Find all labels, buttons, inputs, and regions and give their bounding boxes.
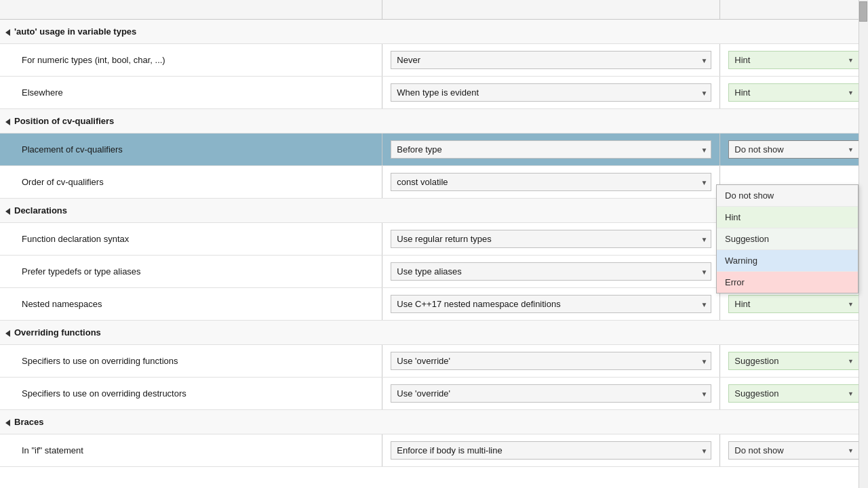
notify-label: Hint (734, 55, 750, 65)
header-preference (382, 0, 720, 20)
dropdown-item-suggestion[interactable]: Suggestion (717, 228, 858, 250)
collapse-icon[interactable] (5, 208, 10, 215)
row-description: Placement of cv-qualifiers (0, 134, 382, 166)
row-preference: const volatile▼ (382, 166, 720, 199)
notify-button[interactable]: Suggestion▼ (728, 384, 860, 403)
collapse-icon[interactable] (5, 420, 10, 426)
row-preference: Use 'override'▼ (382, 345, 720, 378)
row-description: Specifiers to use on overriding function… (0, 345, 382, 378)
notify-label: Suggestion (734, 388, 778, 399)
group-header-auto-usage: 'auto' usage in variable types (0, 20, 868, 44)
row-preference: Use 'override'▼ (382, 378, 720, 410)
dropdown-label-error: Error (725, 277, 745, 287)
table-header-row (0, 0, 868, 20)
preference-select[interactable]: Before type (391, 140, 711, 159)
dropdown-label-hint: Hint (725, 212, 741, 222)
row-description: Function declaration syntax (0, 223, 382, 256)
group-header-overriding-functions: Overriding functions (0, 321, 868, 345)
row-preference: Enforce if body is multi-line▼ (382, 434, 720, 467)
preference-select[interactable]: Use 'override' (391, 352, 711, 370)
notify-button[interactable]: Hint▼ (728, 83, 860, 102)
notify-dropdown-arrow: ▼ (848, 390, 854, 397)
notify-button[interactable]: Hint▼ (728, 295, 860, 313)
notify-label: Suggestion (734, 356, 778, 366)
table-row: Placement of cv-qualifiersBefore type▼Do… (0, 134, 868, 166)
notify-cell: Suggestion▼ (720, 345, 868, 378)
table-row: ElsewhereWhen type is evident▼Hint▼ (0, 77, 868, 109)
group-label: Declarations (14, 205, 67, 216)
notify-dropdown-arrow: ▼ (848, 146, 854, 153)
table-row: In "if" statementEnforce if body is mult… (0, 434, 868, 467)
dropdown-item-hint[interactable]: Hint (717, 207, 858, 228)
group-header-cv-qualifiers: Position of cv-qualifiers (0, 109, 868, 134)
notify-label: Do not show (734, 445, 783, 455)
preference-select[interactable]: const volatile (391, 173, 711, 191)
row-description: In "if" statement (0, 434, 382, 467)
row-description: Order of cv-qualifiers (0, 166, 382, 199)
notify-dropdown-arrow: ▼ (848, 57, 854, 64)
collapse-icon[interactable] (5, 29, 10, 36)
dropdown-item-donotshow[interactable]: Do not show (717, 185, 858, 207)
row-description: Nested namespaces (0, 288, 382, 321)
dropdown-label-donotshow: Do not show (725, 190, 774, 201)
group-label: 'auto' usage in variable types (14, 26, 136, 37)
notify-cell: Hint▼ (720, 44, 868, 77)
header-notify (720, 0, 868, 20)
row-description: For numeric types (int, bool, char, ...) (0, 44, 382, 77)
settings-container: 'auto' usage in variable typesFor numeri… (0, 0, 868, 488)
row-preference: Before type▼ (382, 134, 720, 166)
collapse-icon[interactable] (5, 119, 10, 125)
row-description: Specifiers to use on overriding destruct… (0, 378, 382, 410)
notify-cell: Do not show▼ (720, 134, 868, 166)
group-label: Braces (14, 417, 43, 427)
notify-label: Hint (734, 87, 750, 98)
notify-button[interactable]: Hint▼ (728, 51, 860, 69)
row-preference: When type is evident▼ (382, 77, 720, 109)
table-row: For numeric types (int, bool, char, ...)… (0, 44, 868, 77)
notify-dropdown-arrow: ▼ (848, 447, 854, 454)
preference-select[interactable]: Enforce if body is multi-line (391, 441, 711, 460)
table-row: Specifiers to use on overriding function… (0, 345, 868, 378)
notify-button[interactable]: Suggestion▼ (728, 352, 860, 370)
row-description: Prefer typedefs or type aliases (0, 256, 382, 288)
notify-dropdown-arrow: ▼ (848, 89, 854, 96)
notify-button[interactable]: Do not show▼ (728, 140, 860, 159)
row-description: Elsewhere (0, 77, 382, 109)
row-preference: Never▼ (382, 44, 720, 77)
table-row: Specifiers to use on overriding destruct… (0, 378, 868, 410)
dropdown-label-warning: Warning (725, 256, 757, 266)
notify-dropdown-arrow: ▼ (848, 358, 854, 365)
row-preference: Use regular return types▼ (382, 223, 720, 256)
header-description (0, 0, 382, 20)
dropdown-item-error[interactable]: Error (717, 272, 858, 293)
group-label: Overriding functions (14, 327, 101, 338)
preference-select[interactable]: When type is evident (391, 83, 711, 102)
preference-select[interactable]: Use type aliases (391, 262, 711, 281)
row-preference: Use C++17 nested namespace definitions▼ (382, 288, 720, 321)
notify-dropdown-arrow: ▼ (848, 301, 854, 308)
notify-cell: Suggestion▼ (720, 378, 868, 410)
group-header-braces: Braces (0, 410, 868, 434)
dropdown-item-warning[interactable]: Warning (717, 250, 858, 272)
scrollbar-track[interactable] (859, 0, 868, 488)
notify-cell: Hint▼ (720, 77, 868, 109)
notify-dropdown: Do not show Hint Suggestion Warning Erro… (716, 184, 859, 293)
notify-label: Do not show (734, 144, 783, 155)
preference-select[interactable]: Use regular return types (391, 230, 711, 248)
notify-button[interactable]: Do not show▼ (728, 441, 860, 460)
notify-label: Hint (734, 299, 750, 309)
scrollbar-thumb[interactable] (859, 1, 867, 22)
notify-cell: Do not show▼ (720, 434, 868, 467)
preference-select[interactable]: Use C++17 nested namespace definitions (391, 295, 711, 313)
preference-select[interactable]: Never (391, 51, 711, 69)
group-label: Position of cv-qualifiers (14, 116, 114, 126)
row-preference: Use type aliases▼ (382, 256, 720, 288)
collapse-icon[interactable] (5, 330, 10, 337)
dropdown-label-suggestion: Suggestion (725, 234, 769, 244)
preference-select[interactable]: Use 'override' (391, 384, 711, 403)
